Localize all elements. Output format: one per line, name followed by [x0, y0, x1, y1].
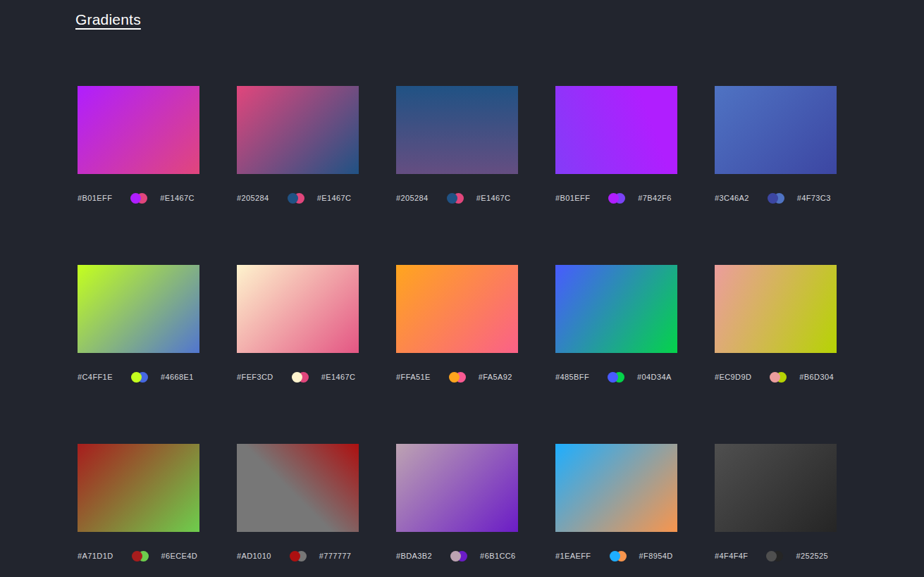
gradient-swatch[interactable] [396, 265, 518, 353]
gradient-caption: #4F4F4F #252525 [715, 551, 837, 562]
from-color-dot [292, 372, 302, 383]
color-dots [132, 551, 149, 562]
gradient-swatch[interactable] [78, 265, 199, 353]
gradient-caption: #C4FF1E #4668E1 [78, 372, 199, 383]
gradient-caption: #FEF3CD #E1467C [237, 372, 359, 383]
to-hex-label: #7B42F6 [638, 193, 671, 204]
gradient-card[interactable]: #205284 #E1467C [396, 86, 518, 204]
from-color-dot [290, 551, 300, 562]
color-dots [447, 193, 464, 204]
gradient-card[interactable]: #B01EFF #7B42F6 [555, 86, 677, 204]
to-hex-label: #B6D304 [799, 372, 834, 383]
to-hex-label: #6ECE4D [161, 551, 198, 562]
color-dots [131, 372, 148, 383]
gradient-card[interactable]: #B01EFF #E1467C [78, 86, 199, 204]
from-hex-label: #AD1010 [237, 551, 271, 562]
from-hex-label: #B01EFF [78, 193, 112, 204]
color-dots [608, 372, 624, 383]
to-hex-label: #E1467C [476, 193, 511, 204]
gradient-swatch[interactable] [396, 444, 518, 532]
to-hex-label: #4F73C3 [797, 193, 831, 204]
gradient-swatch[interactable] [555, 265, 677, 353]
gradient-caption: #B01EFF #7B42F6 [555, 193, 677, 204]
from-hex-label: #BDA3B2 [396, 551, 432, 562]
gradient-swatch[interactable] [78, 86, 199, 174]
color-dots [288, 193, 304, 204]
from-color-dot [608, 372, 618, 383]
to-hex-label: #04D34A [637, 372, 672, 383]
to-hex-label: #E1467C [160, 193, 195, 204]
gradient-swatch[interactable] [237, 444, 359, 532]
gradient-card[interactable]: #205284 #E1467C [237, 86, 359, 204]
color-dots [290, 551, 307, 562]
from-color-dot [132, 551, 142, 562]
from-color-dot [288, 193, 298, 204]
from-hex-label: #4F4F4F [715, 551, 748, 562]
from-hex-label: #EC9D9D [715, 372, 751, 383]
from-hex-label: #A71D1D [78, 551, 113, 562]
to-hex-label: #777777 [319, 551, 352, 562]
gradient-caption: #B01EFF #E1467C [78, 193, 199, 204]
gradient-caption: #FFA51E #FA5A92 [396, 372, 518, 383]
gradient-caption: #205284 #E1467C [237, 193, 359, 204]
color-dots [450, 551, 467, 562]
from-hex-label: #205284 [396, 193, 429, 204]
gradient-caption: #205284 #E1467C [396, 193, 518, 204]
from-hex-label: #3C46A2 [715, 193, 749, 204]
gradient-card[interactable]: #485BFF #04D34A [555, 265, 677, 383]
from-hex-label: #485BFF [555, 372, 589, 383]
gradient-card[interactable]: #AD1010 #777777 [237, 444, 359, 562]
from-hex-label: #B01EFF [555, 193, 590, 204]
to-hex-label: #E1467C [321, 372, 356, 383]
gradient-card[interactable]: #BDA3B2 #6B1CC6 [396, 444, 518, 562]
gradient-card[interactable]: #C4FF1E #4668E1 [78, 265, 199, 383]
color-dots [766, 551, 783, 562]
from-color-dot [131, 372, 142, 383]
color-dots [610, 551, 627, 562]
gradient-grid: #B01EFF #E1467C #205284 #E1467C #205284 [78, 86, 924, 562]
from-color-dot [449, 372, 460, 383]
gradient-caption: #3C46A2 #4F73C3 [715, 193, 837, 204]
gradient-swatch[interactable] [78, 444, 199, 532]
gradient-swatch[interactable] [237, 86, 359, 174]
to-hex-label: #FA5A92 [479, 372, 512, 383]
color-dots [292, 372, 309, 383]
gradient-caption: #1EAEFF #F8954D [555, 551, 677, 562]
gradient-swatch[interactable] [555, 86, 677, 174]
to-hex-label: #4668E1 [161, 372, 194, 383]
gradient-swatch[interactable] [715, 444, 837, 532]
from-hex-label: #205284 [237, 193, 269, 204]
from-hex-label: #1EAEFF [555, 551, 591, 562]
color-dots [768, 193, 784, 204]
color-dots [130, 193, 147, 204]
color-dots [770, 372, 787, 383]
color-dots [449, 372, 466, 383]
to-hex-label: #6B1CC6 [480, 551, 516, 562]
gradient-card[interactable]: #FEF3CD #E1467C [237, 265, 359, 383]
gradient-caption: #A71D1D #6ECE4D [78, 551, 199, 562]
from-hex-label: #FFA51E [396, 372, 431, 383]
to-hex-label: #E1467C [317, 193, 352, 204]
gradient-card[interactable]: #EC9D9D #B6D304 [715, 265, 837, 383]
gradient-caption: #EC9D9D #B6D304 [715, 372, 837, 383]
from-color-dot [447, 193, 457, 204]
to-hex-label: #F8954D [639, 551, 673, 562]
from-color-dot [768, 193, 778, 204]
gradient-swatch[interactable] [715, 86, 837, 174]
gradient-card[interactable]: #3C46A2 #4F73C3 [715, 86, 837, 204]
from-hex-label: #C4FF1E [78, 372, 113, 383]
from-color-dot [610, 551, 620, 562]
from-hex-label: #FEF3CD [237, 372, 273, 383]
gradient-swatch[interactable] [237, 265, 359, 353]
color-dots [608, 193, 625, 204]
gradient-swatch[interactable] [715, 265, 837, 353]
gradient-swatch[interactable] [396, 86, 518, 174]
gradient-caption: #AD1010 #777777 [237, 551, 359, 562]
gradient-caption: #BDA3B2 #6B1CC6 [396, 551, 518, 562]
gradient-card[interactable]: #A71D1D #6ECE4D [78, 444, 199, 562]
page-title: Gradients [75, 11, 141, 28]
gradient-swatch[interactable] [555, 444, 677, 532]
gradient-card[interactable]: #4F4F4F #252525 [715, 444, 837, 562]
gradient-card[interactable]: #1EAEFF #F8954D [555, 444, 677, 562]
gradient-card[interactable]: #FFA51E #FA5A92 [396, 265, 518, 383]
